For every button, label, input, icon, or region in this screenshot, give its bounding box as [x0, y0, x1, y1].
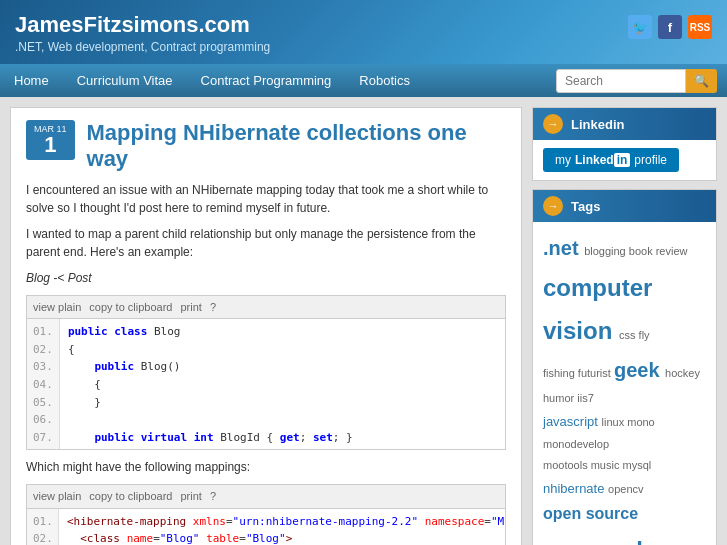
post-caption-2: Which might have the following mappings: — [26, 458, 506, 476]
social-icons: 🐦 f RSS — [628, 15, 712, 39]
tag-book-review[interactable]: book review — [629, 245, 688, 257]
post-meta: Blog -< Post — [26, 269, 506, 287]
tag-fishing[interactable]: fishing — [543, 367, 578, 379]
date-box: MAR 11 1 — [26, 120, 75, 160]
tag-geek[interactable]: geek — [614, 359, 665, 381]
navigation: Home Curriculum Vitae Contract Programmi… — [0, 64, 727, 97]
tags-widget: → Tags .net blogging book review compute… — [532, 189, 717, 545]
linkedin-arrow-icon: → — [543, 114, 563, 134]
tags-title: Tags — [571, 199, 600, 214]
code-copy-1[interactable]: copy to clipboard — [89, 299, 172, 316]
tag-javascript[interactable]: javascript — [543, 414, 602, 429]
content-area: MAR 11 1 Mapping NHibernate collections … — [10, 107, 522, 545]
tag-fly[interactable]: fly — [639, 329, 650, 341]
code-content-2: <hibernate-mapping xmlns="urn:nhibernate… — [59, 509, 505, 545]
linkedin-profile-text: profile — [634, 153, 667, 167]
site-subtitle: .NET, Web development, Contract programm… — [15, 40, 712, 54]
code-content-1: public class Blog { public Blog() { } pu… — [60, 319, 407, 449]
tags-arrow-icon: → — [543, 196, 563, 216]
code-view-plain-2[interactable]: view plain — [33, 488, 81, 505]
main-layout: MAR 11 1 Mapping NHibernate collections … — [0, 97, 727, 545]
tag-linux[interactable]: linux — [602, 416, 628, 428]
post-paragraph-2: I wanted to map a parent child relations… — [26, 225, 506, 261]
tag-monodevelop[interactable]: monodevelop — [543, 438, 609, 450]
tags-body: .net blogging book review computer visio… — [533, 222, 716, 545]
tag-iis7[interactable]: iis7 — [577, 392, 594, 404]
code-body-1[interactable]: 01.02.03.04.05. 06.07.08.09.10. public c… — [27, 319, 505, 449]
tag-mootools[interactable]: mootools — [543, 459, 591, 471]
tag-dotnet[interactable]: .net — [543, 237, 584, 259]
code-help-1[interactable]: ? — [210, 299, 216, 316]
rss-icon[interactable]: RSS — [688, 15, 712, 39]
tag-mono[interactable]: mono — [627, 416, 655, 428]
linkedin-widget: → Linkedin my Linkedin profile — [532, 107, 717, 181]
tag-humor[interactable]: humor — [543, 392, 577, 404]
facebook-icon[interactable]: f — [658, 15, 682, 39]
search-form: 🔍 — [556, 69, 727, 93]
tag-blogging[interactable]: blogging — [584, 245, 629, 257]
search-input[interactable] — [556, 69, 686, 93]
code-print-1[interactable]: print — [180, 299, 201, 316]
code-line-numbers-2: 01.02.03.04. — [27, 509, 59, 545]
linkedin-profile-button[interactable]: my Linkedin profile — [543, 148, 679, 172]
tag-hockey[interactable]: hockey — [665, 367, 700, 379]
linkedin-body: my Linkedin profile — [533, 140, 716, 180]
nav-contract[interactable]: Contract Programming — [187, 64, 346, 97]
site-title: JamesFitzsimons.com — [15, 12, 712, 38]
tag-open-source[interactable]: open source — [543, 505, 638, 522]
tag-mysql[interactable]: mysql — [622, 459, 651, 471]
code-block-1: view plain copy to clipboard print ? 01.… — [26, 295, 506, 451]
nav-cv[interactable]: Curriculum Vitae — [63, 64, 187, 97]
tag-music[interactable]: music — [591, 459, 623, 471]
code-print-2[interactable]: print — [180, 488, 201, 505]
linkedin-title: Linkedin — [571, 117, 624, 132]
code-view-plain-1[interactable]: view plain — [33, 299, 81, 316]
search-button[interactable]: 🔍 — [686, 69, 717, 93]
linkedin-brand: Linkedin — [575, 153, 630, 167]
nav-robotics[interactable]: Robotics — [345, 64, 424, 97]
tag-nhibernate[interactable]: nhibernate — [543, 481, 608, 496]
post-body: I encountered an issue with an NHibernat… — [11, 181, 521, 545]
code-block-2: view plain copy to clipboard print ? 01.… — [26, 484, 506, 545]
tag-futurist[interactable]: futurist — [578, 367, 614, 379]
linkedin-header: → Linkedin — [533, 108, 716, 140]
post-header: MAR 11 1 Mapping NHibernate collections … — [11, 108, 521, 181]
tag-css[interactable]: css — [619, 329, 639, 341]
code-copy-2[interactable]: copy to clipboard — [89, 488, 172, 505]
nav-home[interactable]: Home — [0, 64, 63, 97]
code-line-numbers-1: 01.02.03.04.05. 06.07.08.09.10. — [27, 319, 60, 449]
code-toolbar-2: view plain copy to clipboard print ? — [27, 485, 505, 509]
code-help-2[interactable]: ? — [210, 488, 216, 505]
tag-opencv[interactable]: opencv — [608, 483, 643, 495]
code-body-2[interactable]: 01.02.03.04. <hibernate-mapping xmlns="u… — [27, 509, 505, 545]
tags-header: → Tags — [533, 190, 716, 222]
sidebar: → Linkedin my Linkedin profile → Tags .n… — [532, 107, 717, 545]
post-title: Mapping NHibernate collections one way — [87, 120, 506, 173]
code-toolbar-1: view plain copy to clipboard print ? — [27, 296, 505, 320]
date-day: 1 — [34, 134, 67, 156]
twitter-icon[interactable]: 🐦 — [628, 15, 652, 39]
post-paragraph-1: I encountered an issue with an NHibernat… — [26, 181, 506, 217]
linkedin-my-text: my — [555, 153, 571, 167]
tag-personal[interactable]: personal — [543, 537, 643, 545]
site-header: JamesFitzsimons.com .NET, Web developmen… — [0, 0, 727, 64]
